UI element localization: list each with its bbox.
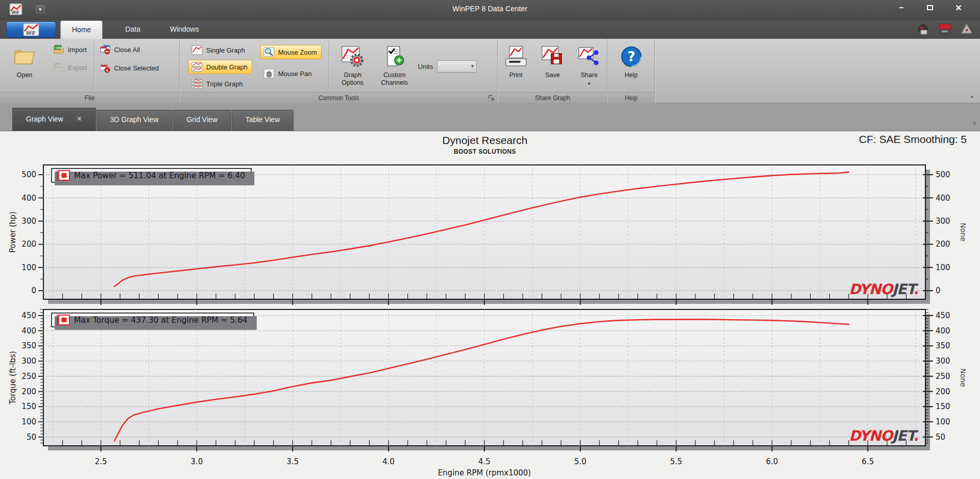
print-button[interactable]: Print (498, 40, 534, 79)
tab-close-icon[interactable]: ✕ (77, 115, 82, 123)
svg-text:250: 250 (21, 372, 36, 381)
svg-text:500: 500 (936, 170, 950, 179)
dynojet-logo: DYNOJET. (849, 281, 919, 298)
minimize-button[interactable]: – (894, 3, 909, 13)
correction-factor-label: CF: SAE Smoothing: 5 (859, 133, 967, 146)
help-button[interactable]: ? Help (613, 40, 650, 79)
svg-text:350: 350 (936, 341, 950, 350)
svg-text:400: 400 (21, 326, 36, 336)
mouse-zoom-button[interactable]: Mouse Zoom (260, 45, 322, 59)
double-graph-icon (191, 62, 203, 72)
dynojet-logo: DYNOJET. (849, 427, 919, 444)
svg-text:150: 150 (21, 402, 36, 411)
torque-graph[interactable]: 2.53.03.54.04.55.05.56.06.55050100100150… (0, 307, 980, 479)
svg-text:CSV: CSV (56, 64, 63, 67)
open-button[interactable]: Open (6, 40, 43, 79)
share-caret-icon[interactable]: ▾ (588, 80, 591, 87)
graph-subtitle: BOOST SOLUTIONS (0, 148, 970, 155)
single-graph-button[interactable]: Single Graph (188, 43, 252, 57)
svg-text:100: 100 (936, 263, 950, 272)
tab-grid-view[interactable]: Grid View (173, 110, 231, 131)
close-all-button[interactable]: Close All (96, 43, 163, 57)
double-graph-button[interactable]: Double Graph (188, 60, 252, 74)
group-label-help: Help (608, 92, 654, 103)
winpep-logo-icon: W8 (21, 23, 41, 36)
ribbon: Open CSV Import (0, 39, 980, 103)
close-selected-icon: x (100, 63, 111, 73)
import-button[interactable]: CSV Import (50, 43, 92, 56)
graph-options-button[interactable]: Graph Options (334, 40, 371, 87)
maximize-button[interactable] (923, 3, 937, 13)
svg-text:350: 350 (21, 341, 36, 350)
group-label-share-graph: Share Graph (498, 92, 607, 103)
group-label-common-tools: Common Tools (180, 92, 497, 103)
ribbon-group-share-graph: Print Save ▾ (498, 39, 607, 103)
tab-overflow-icon[interactable]: ▾ (973, 120, 976, 127)
printer-icon (504, 45, 528, 68)
right-axis-title: None (959, 368, 967, 387)
ribbon-group-help: ? Help Help (608, 39, 655, 103)
svg-text:150: 150 (936, 402, 950, 411)
triangle-badge-icon[interactable] (961, 23, 973, 35)
svg-text:400: 400 (21, 194, 36, 203)
winpep-window: W8 ▾ WinPEP 8 Data Center – ✕ W8 Home Da… (0, 0, 980, 479)
custom-channels-button[interactable]: Custom Channels (376, 40, 413, 87)
units-combobox[interactable]: ▾ (437, 60, 477, 73)
svg-text:3.0: 3.0 (191, 457, 203, 466)
ribbon-collapse-icon[interactable]: ^ (970, 94, 974, 100)
folder-icon (13, 46, 36, 67)
power-graph[interactable]: 00100100200200300300400400500500Power (h… (0, 156, 980, 307)
magnifier-icon (263, 47, 275, 57)
svg-text:6.5: 6.5 (862, 457, 874, 466)
units-caret-icon: ▾ (471, 63, 474, 69)
svg-text:300: 300 (21, 217, 36, 226)
svg-text:4.0: 4.0 (382, 457, 395, 466)
tab-graph-view[interactable]: Graph View ✕ (12, 108, 96, 131)
tab-table-view[interactable]: Table View (232, 110, 293, 131)
mouse-pan-button[interactable]: Mouse Pan (260, 66, 322, 81)
svg-text:250: 250 (936, 372, 950, 381)
custom-channels-icon (383, 45, 406, 68)
ribbon-group-file: Open CSV Import (0, 39, 180, 103)
svg-text:6.0: 6.0 (766, 457, 778, 466)
svg-text:0: 0 (31, 286, 36, 295)
ribbon-group-common-tools: Single Graph Double Graph (180, 39, 498, 103)
hand-pan-icon (263, 68, 275, 79)
graph-view-page: Dynojet Research BOOST SOLUTIONS CF: SAE… (0, 131, 980, 479)
svg-text:100: 100 (21, 417, 36, 426)
svg-text:300: 300 (936, 217, 950, 226)
close-all-icon (100, 45, 111, 55)
share-button[interactable]: Share ▾ (571, 40, 607, 87)
dialog-launcher-icon[interactable] (487, 94, 495, 102)
help-icon: ? (620, 45, 643, 68)
triple-graph-button[interactable]: Triple Graph (188, 77, 252, 91)
dyno-device-icon[interactable] (938, 23, 951, 35)
svg-text:450: 450 (936, 311, 950, 320)
legend[interactable]: Max Torque = 437.30 at Engine RPM = 5.64 (52, 313, 257, 330)
svg-text:200: 200 (936, 387, 950, 396)
svg-text:300: 300 (936, 356, 950, 366)
svg-text:4.5: 4.5 (478, 457, 491, 466)
tab-3d-graph-view[interactable]: 3D Graph View (96, 110, 173, 131)
document-tab-bar: Graph View ✕ 3D Graph View Grid View Tab… (0, 103, 980, 131)
ribbon-tab-home[interactable]: Home (60, 20, 103, 39)
svg-text:200: 200 (21, 240, 36, 249)
application-menu-button[interactable]: W8 (6, 21, 56, 38)
gauge-icon[interactable] (917, 23, 929, 35)
svg-text:0: 0 (936, 286, 941, 295)
legend[interactable]: Max Power = 511.04 at Engine RPM = 6.40 (52, 169, 254, 185)
svg-text:200: 200 (936, 240, 950, 249)
svg-text:100: 100 (21, 263, 36, 272)
close-selected-button[interactable]: x Close Selected (96, 61, 163, 75)
export-button[interactable]: CSV Export (50, 61, 92, 74)
svg-text:2.5: 2.5 (95, 457, 107, 466)
ribbon-tab-windows[interactable]: Windows (159, 20, 210, 39)
ribbon-tab-data[interactable]: Data (114, 20, 152, 39)
export-csv-icon: CSV (53, 63, 64, 72)
ribbon-separator (94, 41, 94, 90)
svg-text:200: 200 (21, 387, 36, 396)
svg-text:x: x (106, 68, 108, 73)
save-button[interactable]: Save ▾ (535, 40, 571, 87)
close-button[interactable]: ✕ (951, 3, 966, 13)
graph-title: Dynojet Research (0, 134, 970, 147)
